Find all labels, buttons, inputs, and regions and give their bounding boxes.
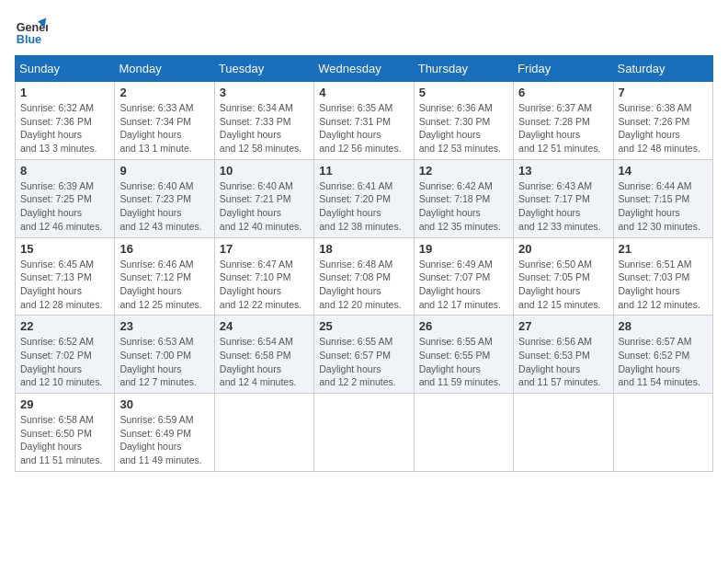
day-number: 11 <box>319 164 408 178</box>
day-of-week-header: Wednesday <box>314 56 414 82</box>
day-of-week-header: Monday <box>115 56 214 82</box>
day-number: 15 <box>20 242 109 256</box>
day-info: Sunrise: 6:50 AM Sunset: 7:05 PM Dayligh… <box>518 258 608 312</box>
calendar-day-cell <box>214 394 313 472</box>
calendar-day-cell <box>514 394 613 472</box>
calendar-day-cell: 30 Sunrise: 6:59 AM Sunset: 6:49 PM Dayl… <box>115 394 214 472</box>
calendar-day-cell: 6 Sunrise: 6:37 AM Sunset: 7:28 PM Dayli… <box>514 82 613 160</box>
day-info: Sunrise: 6:51 AM Sunset: 7:03 PM Dayligh… <box>619 258 708 312</box>
day-number: 4 <box>319 86 408 99</box>
day-number: 2 <box>119 86 209 99</box>
day-number: 29 <box>20 397 109 411</box>
calendar-day-cell: 19 Sunrise: 6:49 AM Sunset: 7:07 PM Dayl… <box>414 237 513 316</box>
calendar-day-cell: 16 Sunrise: 6:46 AM Sunset: 7:12 PM Dayl… <box>115 237 214 316</box>
day-number: 28 <box>619 319 708 333</box>
day-info: Sunrise: 6:39 AM Sunset: 7:25 PM Dayligh… <box>20 179 109 234</box>
calendar-day-cell: 29 Sunrise: 6:58 AM Sunset: 6:50 PM Dayl… <box>16 394 115 472</box>
day-number: 20 <box>518 242 608 256</box>
day-info: Sunrise: 6:58 AM Sunset: 6:50 PM Dayligh… <box>20 413 109 467</box>
svg-text:Blue: Blue <box>17 33 41 46</box>
calendar-day-cell: 28 Sunrise: 6:57 AM Sunset: 6:52 PM Dayl… <box>613 316 712 394</box>
calendar-day-cell: 10 Sunrise: 6:40 AM Sunset: 7:21 PM Dayl… <box>214 159 313 237</box>
calendar-day-cell: 11 Sunrise: 6:41 AM Sunset: 7:20 PM Dayl… <box>314 159 414 237</box>
day-number: 21 <box>619 242 708 256</box>
calendar-day-cell <box>414 394 513 472</box>
day-number: 22 <box>20 319 109 333</box>
calendar-day-cell <box>314 394 414 472</box>
calendar-day-cell: 21 Sunrise: 6:51 AM Sunset: 7:03 PM Dayl… <box>613 237 712 316</box>
calendar-day-cell: 18 Sunrise: 6:48 AM Sunset: 7:08 PM Dayl… <box>314 237 414 316</box>
day-number: 19 <box>419 242 508 256</box>
calendar-day-cell: 7 Sunrise: 6:38 AM Sunset: 7:26 PM Dayli… <box>613 82 712 160</box>
calendar-week-row: 22 Sunrise: 6:52 AM Sunset: 7:02 PM Dayl… <box>16 316 713 394</box>
day-number: 9 <box>119 164 209 178</box>
day-info: Sunrise: 6:40 AM Sunset: 7:21 PM Dayligh… <box>220 179 309 234</box>
day-of-week-header: Saturday <box>613 56 712 82</box>
day-number: 13 <box>518 164 608 178</box>
page-header: General Blue <box>15 15 713 48</box>
day-number: 27 <box>518 319 608 333</box>
calendar-day-cell: 1 Sunrise: 6:32 AM Sunset: 7:36 PM Dayli… <box>16 82 115 160</box>
calendar-week-row: 15 Sunrise: 6:45 AM Sunset: 7:13 PM Dayl… <box>16 237 713 316</box>
day-info: Sunrise: 6:55 AM Sunset: 6:55 PM Dayligh… <box>419 335 508 389</box>
calendar-day-cell: 13 Sunrise: 6:43 AM Sunset: 7:17 PM Dayl… <box>514 159 613 237</box>
day-info: Sunrise: 6:57 AM Sunset: 6:52 PM Dayligh… <box>619 335 708 389</box>
day-info: Sunrise: 6:44 AM Sunset: 7:15 PM Dayligh… <box>619 179 708 234</box>
calendar-day-cell: 2 Sunrise: 6:33 AM Sunset: 7:34 PM Dayli… <box>115 82 214 160</box>
calendar-day-cell: 15 Sunrise: 6:45 AM Sunset: 7:13 PM Dayl… <box>16 237 115 316</box>
calendar-day-cell: 25 Sunrise: 6:55 AM Sunset: 6:57 PM Dayl… <box>314 316 414 394</box>
day-info: Sunrise: 6:46 AM Sunset: 7:12 PM Dayligh… <box>119 258 209 312</box>
day-info: Sunrise: 6:48 AM Sunset: 7:08 PM Dayligh… <box>319 258 408 312</box>
day-info: Sunrise: 6:33 AM Sunset: 7:34 PM Dayligh… <box>119 101 209 155</box>
day-number: 14 <box>619 164 708 178</box>
calendar-day-cell: 17 Sunrise: 6:47 AM Sunset: 7:10 PM Dayl… <box>214 237 313 316</box>
day-number: 5 <box>419 86 508 99</box>
day-info: Sunrise: 6:52 AM Sunset: 7:02 PM Dayligh… <box>20 335 109 389</box>
calendar-header-row: SundayMondayTuesdayWednesdayThursdayFrid… <box>16 56 713 82</box>
logo: General Blue <box>15 15 48 48</box>
calendar-day-cell: 24 Sunrise: 6:54 AM Sunset: 6:58 PM Dayl… <box>214 316 313 394</box>
day-of-week-header: Sunday <box>16 56 115 82</box>
day-number: 3 <box>220 86 309 99</box>
calendar-day-cell: 5 Sunrise: 6:36 AM Sunset: 7:30 PM Dayli… <box>414 82 513 160</box>
calendar-day-cell: 26 Sunrise: 6:55 AM Sunset: 6:55 PM Dayl… <box>414 316 513 394</box>
day-info: Sunrise: 6:59 AM Sunset: 6:49 PM Dayligh… <box>119 413 209 467</box>
day-number: 7 <box>619 86 708 99</box>
calendar-day-cell: 27 Sunrise: 6:56 AM Sunset: 6:53 PM Dayl… <box>514 316 613 394</box>
calendar-table: SundayMondayTuesdayWednesdayThursdayFrid… <box>15 55 713 472</box>
day-number: 16 <box>119 242 209 256</box>
day-info: Sunrise: 6:32 AM Sunset: 7:36 PM Dayligh… <box>20 101 109 155</box>
calendar-day-cell: 4 Sunrise: 6:35 AM Sunset: 7:31 PM Dayli… <box>314 82 414 160</box>
calendar-week-row: 1 Sunrise: 6:32 AM Sunset: 7:36 PM Dayli… <box>16 82 713 160</box>
day-number: 1 <box>20 86 109 99</box>
day-of-week-header: Tuesday <box>214 56 313 82</box>
day-number: 6 <box>518 86 608 99</box>
calendar-day-cell: 22 Sunrise: 6:52 AM Sunset: 7:02 PM Dayl… <box>16 316 115 394</box>
calendar-day-cell: 20 Sunrise: 6:50 AM Sunset: 7:05 PM Dayl… <box>514 237 613 316</box>
day-number: 12 <box>419 164 508 178</box>
calendar-day-cell: 14 Sunrise: 6:44 AM Sunset: 7:15 PM Dayl… <box>613 159 712 237</box>
calendar-week-row: 8 Sunrise: 6:39 AM Sunset: 7:25 PM Dayli… <box>16 159 713 237</box>
calendar-day-cell: 23 Sunrise: 6:53 AM Sunset: 7:00 PM Dayl… <box>115 316 214 394</box>
calendar-week-row: 29 Sunrise: 6:58 AM Sunset: 6:50 PM Dayl… <box>16 394 713 472</box>
day-info: Sunrise: 6:34 AM Sunset: 7:33 PM Dayligh… <box>220 101 309 155</box>
day-info: Sunrise: 6:36 AM Sunset: 7:30 PM Dayligh… <box>419 101 508 155</box>
day-number: 30 <box>119 397 209 411</box>
day-info: Sunrise: 6:43 AM Sunset: 7:17 PM Dayligh… <box>518 179 608 234</box>
day-info: Sunrise: 6:45 AM Sunset: 7:13 PM Dayligh… <box>20 258 109 312</box>
calendar-day-cell: 3 Sunrise: 6:34 AM Sunset: 7:33 PM Dayli… <box>214 82 313 160</box>
day-info: Sunrise: 6:49 AM Sunset: 7:07 PM Dayligh… <box>419 258 508 312</box>
calendar-day-cell <box>613 394 712 472</box>
day-info: Sunrise: 6:35 AM Sunset: 7:31 PM Dayligh… <box>319 101 408 155</box>
day-info: Sunrise: 6:40 AM Sunset: 7:23 PM Dayligh… <box>119 179 209 234</box>
day-of-week-header: Thursday <box>414 56 513 82</box>
day-number: 23 <box>119 319 209 333</box>
day-info: Sunrise: 6:37 AM Sunset: 7:28 PM Dayligh… <box>518 101 608 155</box>
day-info: Sunrise: 6:56 AM Sunset: 6:53 PM Dayligh… <box>518 335 608 389</box>
day-number: 10 <box>220 164 309 178</box>
calendar-day-cell: 8 Sunrise: 6:39 AM Sunset: 7:25 PM Dayli… <box>16 159 115 237</box>
logo-icon: General Blue <box>15 15 48 48</box>
day-info: Sunrise: 6:41 AM Sunset: 7:20 PM Dayligh… <box>319 179 408 234</box>
calendar-day-cell: 12 Sunrise: 6:42 AM Sunset: 7:18 PM Dayl… <box>414 159 513 237</box>
day-number: 17 <box>220 242 309 256</box>
